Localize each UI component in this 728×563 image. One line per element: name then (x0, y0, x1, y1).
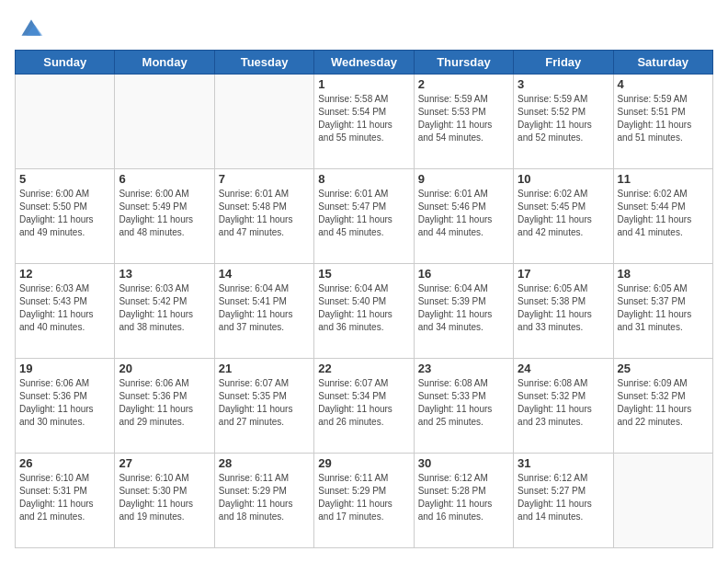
day-info: Sunrise: 6:05 AM Sunset: 5:38 PM Dayligh… (518, 282, 609, 334)
day-number: 3 (518, 77, 609, 91)
day-number: 17 (518, 267, 609, 281)
calendar-cell: 1Sunrise: 5:58 AM Sunset: 5:54 PM Daylig… (314, 75, 414, 169)
day-number: 28 (219, 456, 310, 470)
day-info: Sunrise: 5:59 AM Sunset: 5:52 PM Dayligh… (518, 93, 609, 144)
day-info: Sunrise: 6:00 AM Sunset: 5:50 PM Dayligh… (19, 188, 110, 239)
weekday-header-saturday: Saturday (613, 51, 712, 75)
day-number: 11 (618, 172, 709, 186)
day-info: Sunrise: 6:11 AM Sunset: 5:29 PM Dayligh… (318, 472, 409, 523)
calendar-cell: 19Sunrise: 6:06 AM Sunset: 5:36 PM Dayli… (16, 359, 115, 454)
calendar-cell: 28Sunrise: 6:11 AM Sunset: 5:29 PM Dayli… (214, 454, 313, 548)
day-info: Sunrise: 6:08 AM Sunset: 5:32 PM Dayligh… (518, 377, 609, 429)
calendar-week-3: 19Sunrise: 6:06 AM Sunset: 5:36 PM Dayli… (16, 359, 713, 454)
day-number: 19 (19, 362, 110, 375)
calendar-cell (214, 75, 313, 169)
day-number: 27 (119, 456, 210, 470)
calendar-cell: 25Sunrise: 6:09 AM Sunset: 5:32 PM Dayli… (613, 359, 712, 454)
weekday-header-wednesday: Wednesday (314, 51, 414, 75)
calendar-cell (16, 75, 115, 169)
calendar-cell: 12Sunrise: 6:03 AM Sunset: 5:43 PM Dayli… (16, 264, 115, 359)
day-number: 18 (618, 267, 709, 281)
calendar-cell: 2Sunrise: 5:59 AM Sunset: 5:53 PM Daylig… (414, 75, 513, 169)
calendar-week-2: 12Sunrise: 6:03 AM Sunset: 5:43 PM Dayli… (16, 264, 713, 359)
day-info: Sunrise: 6:00 AM Sunset: 5:49 PM Dayligh… (119, 188, 210, 239)
day-number: 15 (318, 267, 409, 281)
calendar-cell: 9Sunrise: 6:01 AM Sunset: 5:46 PM Daylig… (414, 169, 513, 264)
header (15, 15, 713, 40)
weekday-header-tuesday: Tuesday (214, 51, 313, 75)
day-number: 4 (618, 77, 709, 91)
calendar-week-0: 1Sunrise: 5:58 AM Sunset: 5:54 PM Daylig… (16, 75, 713, 169)
day-info: Sunrise: 5:58 AM Sunset: 5:54 PM Dayligh… (318, 93, 409, 144)
weekday-header-friday: Friday (514, 51, 613, 75)
calendar-table: SundayMondayTuesdayWednesdayThursdayFrid… (15, 50, 713, 548)
day-info: Sunrise: 6:01 AM Sunset: 5:47 PM Dayligh… (318, 188, 409, 239)
day-number: 20 (119, 362, 210, 375)
calendar-cell: 16Sunrise: 6:04 AM Sunset: 5:39 PM Dayli… (414, 264, 513, 359)
calendar-cell: 5Sunrise: 6:00 AM Sunset: 5:50 PM Daylig… (16, 169, 115, 264)
day-number: 16 (418, 267, 509, 281)
calendar-cell (613, 454, 712, 548)
day-info: Sunrise: 6:05 AM Sunset: 5:37 PM Dayligh… (618, 282, 709, 334)
calendar-cell: 11Sunrise: 6:02 AM Sunset: 5:44 PM Dayli… (613, 169, 712, 264)
calendar-header-row: SundayMondayTuesdayWednesdayThursdayFrid… (16, 51, 713, 75)
calendar-cell: 14Sunrise: 6:04 AM Sunset: 5:41 PM Dayli… (214, 264, 313, 359)
calendar-cell: 21Sunrise: 6:07 AM Sunset: 5:35 PM Dayli… (214, 359, 313, 454)
day-number: 21 (219, 362, 310, 375)
calendar-cell: 15Sunrise: 6:04 AM Sunset: 5:40 PM Dayli… (314, 264, 414, 359)
day-number: 2 (418, 77, 509, 91)
day-info: Sunrise: 6:10 AM Sunset: 5:30 PM Dayligh… (119, 472, 210, 523)
day-number: 29 (318, 456, 409, 470)
day-info: Sunrise: 6:12 AM Sunset: 5:27 PM Dayligh… (518, 472, 609, 523)
day-number: 31 (518, 456, 609, 470)
logo (15, 15, 44, 40)
day-number: 24 (518, 362, 609, 375)
day-info: Sunrise: 6:06 AM Sunset: 5:36 PM Dayligh… (19, 377, 110, 429)
day-info: Sunrise: 6:02 AM Sunset: 5:45 PM Dayligh… (518, 188, 609, 239)
logo-icon (18, 15, 44, 40)
day-info: Sunrise: 6:02 AM Sunset: 5:44 PM Dayligh… (618, 188, 709, 239)
calendar-cell: 10Sunrise: 6:02 AM Sunset: 5:45 PM Dayli… (514, 169, 613, 264)
calendar-cell: 18Sunrise: 6:05 AM Sunset: 5:37 PM Dayli… (613, 264, 712, 359)
day-number: 5 (19, 172, 110, 186)
day-number: 1 (318, 77, 409, 91)
day-info: Sunrise: 6:04 AM Sunset: 5:41 PM Dayligh… (219, 282, 310, 334)
day-info: Sunrise: 6:01 AM Sunset: 5:48 PM Dayligh… (219, 188, 310, 239)
day-info: Sunrise: 6:09 AM Sunset: 5:32 PM Dayligh… (618, 377, 709, 429)
day-info: Sunrise: 6:11 AM Sunset: 5:29 PM Dayligh… (219, 472, 310, 523)
calendar-cell: 22Sunrise: 6:07 AM Sunset: 5:34 PM Dayli… (314, 359, 414, 454)
calendar-cell: 3Sunrise: 5:59 AM Sunset: 5:52 PM Daylig… (514, 75, 613, 169)
calendar-cell: 26Sunrise: 6:10 AM Sunset: 5:31 PM Dayli… (16, 454, 115, 548)
day-number: 8 (318, 172, 409, 186)
day-number: 7 (219, 172, 310, 186)
day-number: 22 (318, 362, 409, 375)
day-info: Sunrise: 6:04 AM Sunset: 5:40 PM Dayligh… (318, 282, 409, 334)
page: SundayMondayTuesdayWednesdayThursdayFrid… (0, 0, 728, 563)
day-number: 6 (119, 172, 210, 186)
calendar-cell: 20Sunrise: 6:06 AM Sunset: 5:36 PM Dayli… (115, 359, 214, 454)
day-info: Sunrise: 6:08 AM Sunset: 5:33 PM Dayligh… (418, 377, 509, 429)
day-number: 26 (19, 456, 110, 470)
calendar-cell: 23Sunrise: 6:08 AM Sunset: 5:33 PM Dayli… (414, 359, 513, 454)
day-number: 25 (618, 362, 709, 375)
calendar-cell: 31Sunrise: 6:12 AM Sunset: 5:27 PM Dayli… (514, 454, 613, 548)
day-info: Sunrise: 6:12 AM Sunset: 5:28 PM Dayligh… (418, 472, 509, 523)
day-info: Sunrise: 6:01 AM Sunset: 5:46 PM Dayligh… (418, 188, 509, 239)
day-number: 30 (418, 456, 509, 470)
weekday-header-thursday: Thursday (414, 51, 513, 75)
weekday-header-monday: Monday (115, 51, 214, 75)
day-info: Sunrise: 6:10 AM Sunset: 5:31 PM Dayligh… (19, 472, 110, 523)
calendar-cell: 6Sunrise: 6:00 AM Sunset: 5:49 PM Daylig… (115, 169, 214, 264)
calendar-cell: 24Sunrise: 6:08 AM Sunset: 5:32 PM Dayli… (514, 359, 613, 454)
day-number: 10 (518, 172, 609, 186)
day-info: Sunrise: 6:07 AM Sunset: 5:35 PM Dayligh… (219, 377, 310, 429)
day-info: Sunrise: 6:03 AM Sunset: 5:43 PM Dayligh… (19, 282, 110, 334)
day-info: Sunrise: 6:06 AM Sunset: 5:36 PM Dayligh… (119, 377, 210, 429)
day-number: 14 (219, 267, 310, 281)
calendar-cell: 8Sunrise: 6:01 AM Sunset: 5:47 PM Daylig… (314, 169, 414, 264)
calendar-cell: 29Sunrise: 6:11 AM Sunset: 5:29 PM Dayli… (314, 454, 414, 548)
day-info: Sunrise: 5:59 AM Sunset: 5:53 PM Dayligh… (418, 93, 509, 144)
calendar-cell: 7Sunrise: 6:01 AM Sunset: 5:48 PM Daylig… (214, 169, 313, 264)
day-number: 12 (19, 267, 110, 281)
calendar-cell: 30Sunrise: 6:12 AM Sunset: 5:28 PM Dayli… (414, 454, 513, 548)
